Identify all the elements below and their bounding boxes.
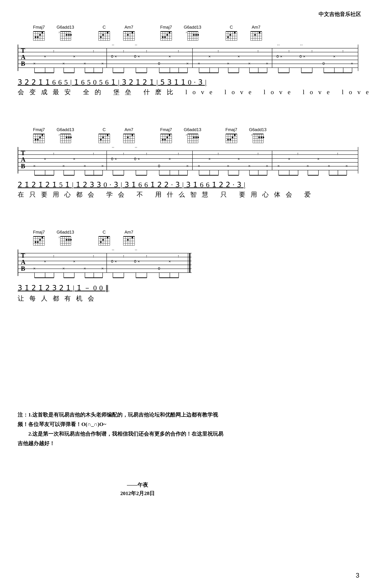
svg-point-112: [259, 32, 260, 33]
svg-text:×: ×: [33, 164, 35, 168]
svg-point-71: [164, 36, 166, 38]
svg-text:↑: ↑: [177, 151, 179, 156]
svg-text:0: 0: [111, 54, 113, 59]
chord-label: Fmaj7: [160, 25, 172, 30]
svg-text:↑: ↑: [217, 49, 219, 53]
svg-point-100: [227, 36, 229, 38]
svg-text:×: ×: [227, 61, 229, 66]
svg-point-68: [169, 32, 170, 33]
svg-text:×: ×: [62, 266, 65, 271]
lyrics-2: 在只要用心都会 学会 不 用什么智慧 只 要用心体会 爱: [18, 190, 358, 199]
svg-point-243: [102, 137, 104, 138]
chord-row-1: Fmaj7 G6add13 3 C Am7 Fmaj7: [18, 25, 377, 43]
chord-g6add13: G6add13 3: [184, 25, 201, 43]
svg-text:↑: ↑: [146, 49, 148, 53]
chord-fmaj7: Fmaj7: [32, 25, 46, 43]
svg-text:×: ×: [238, 157, 240, 161]
svg-text:×: ×: [33, 61, 35, 66]
svg-text:↑: ↑: [93, 151, 94, 156]
svg-text:×: ×: [33, 266, 35, 271]
chord-diagram-icon: 3: [185, 133, 200, 145]
chord-diagram-icon: [97, 133, 111, 145]
signature-name: ——午夜: [120, 481, 155, 489]
svg-text:×: ×: [101, 266, 104, 271]
svg-text:×: ×: [328, 164, 330, 168]
svg-text:×: ×: [208, 54, 211, 59]
chord-am7: Am7: [122, 127, 136, 145]
svg-text:×: ×: [333, 54, 335, 59]
svg-point-215: [37, 139, 39, 141]
chord-label: G6add13: [57, 25, 74, 30]
svg-text:×: ×: [208, 157, 211, 161]
chord-diagram-icon: [97, 30, 111, 43]
svg-point-85: [195, 34, 197, 36]
svg-text:×: ×: [115, 157, 117, 161]
svg-text:×: ×: [277, 164, 280, 168]
svg-text:×: ×: [198, 61, 200, 66]
svg-text:×: ×: [248, 61, 250, 66]
svg-point-84: [193, 34, 195, 36]
svg-point-271: [162, 139, 164, 141]
svg-text:×: ×: [351, 61, 353, 66]
svg-text:×: ×: [169, 157, 171, 161]
svg-point-213: [39, 137, 41, 138]
chord-label: C: [230, 25, 233, 30]
svg-text:↑: ↑: [93, 49, 94, 53]
svg-text:↑: ↑: [342, 49, 344, 53]
svg-text:×: ×: [44, 157, 46, 161]
svg-text:↑: ↑: [53, 49, 55, 53]
svg-text:↑: ↑: [288, 49, 290, 53]
svg-point-99: [229, 34, 231, 36]
tab-system-3: Fmaj7 G6add133 C Am7 T A B ××↑×××↑× H0×↑…: [18, 230, 195, 303]
svg-text:H: H: [135, 147, 137, 148]
svg-point-86: [197, 34, 199, 36]
chord-diagram-icon: [97, 235, 111, 248]
lyrics-3: 让每人都有机会: [18, 294, 195, 303]
svg-point-286: [195, 137, 197, 138]
page-number: 3: [356, 572, 359, 579]
svg-text:0: 0: [111, 157, 113, 161]
signature-block: ——午夜 2012年2月28日: [120, 481, 155, 498]
svg-text:0: 0: [134, 54, 136, 59]
svg-point-430: [70, 239, 72, 241]
svg-point-70: [162, 36, 164, 38]
svg-text:↑: ↑: [257, 151, 259, 156]
svg-text:×: ×: [227, 164, 229, 168]
svg-text:×: ×: [44, 259, 46, 264]
svg-text:0: 0: [134, 157, 136, 161]
svg-text:3: 3: [58, 236, 60, 239]
svg-text:3: 3: [251, 133, 252, 136]
svg-text:H: H: [135, 44, 137, 46]
svg-point-443: [102, 239, 104, 241]
svg-text:↑: ↑: [217, 151, 219, 156]
svg-point-214: [35, 139, 36, 141]
chord-label: Fmaj7: [160, 127, 172, 132]
chord-diagram-icon: [122, 133, 136, 145]
chord-label: Am7: [125, 25, 133, 30]
svg-text:×: ×: [138, 157, 140, 161]
svg-point-41: [107, 32, 108, 33]
svg-text:↑: ↑: [123, 254, 125, 258]
svg-text:×: ×: [101, 61, 104, 66]
chord-diagram-icon: [122, 30, 136, 43]
tab-content-svg: ××↑×××↑× H0×↑ H0×↑ 0×↑× ××↑×××↑× ××↑×××↑…: [18, 147, 358, 179]
svg-point-299: [234, 134, 236, 136]
chord-row-3: Fmaj7 G6add133 C Am7: [18, 230, 195, 248]
svg-point-11: [42, 32, 43, 33]
chord-fmaj7: Fmaj7: [159, 25, 173, 43]
svg-text:×: ×: [115, 54, 117, 59]
svg-text:×: ×: [186, 164, 188, 168]
svg-text:H: H: [112, 249, 114, 251]
svg-text:×: ×: [238, 54, 240, 59]
svg-point-229: [68, 137, 70, 138]
page-header: 中文吉他音乐社区: [319, 11, 361, 18]
tab-staff-2: T A B ××↑×××↑× H0×↑ H0×↑ 0×↑× ××↑×××↑× ×…: [18, 147, 358, 174]
svg-text:×: ×: [280, 54, 282, 59]
svg-point-456: [131, 237, 133, 238]
svg-text:×: ×: [306, 164, 309, 168]
svg-text:3: 3: [58, 133, 60, 136]
chord-diagram-icon: [32, 235, 46, 248]
chord-fmaj7: Fmaj7: [32, 230, 46, 248]
svg-point-69: [166, 34, 168, 36]
footnotes: 注：1.这首歌是有玩易吉他的木头老师编配的，玩易吉他论坛和优酷网上边都有教学视 …: [18, 410, 257, 448]
